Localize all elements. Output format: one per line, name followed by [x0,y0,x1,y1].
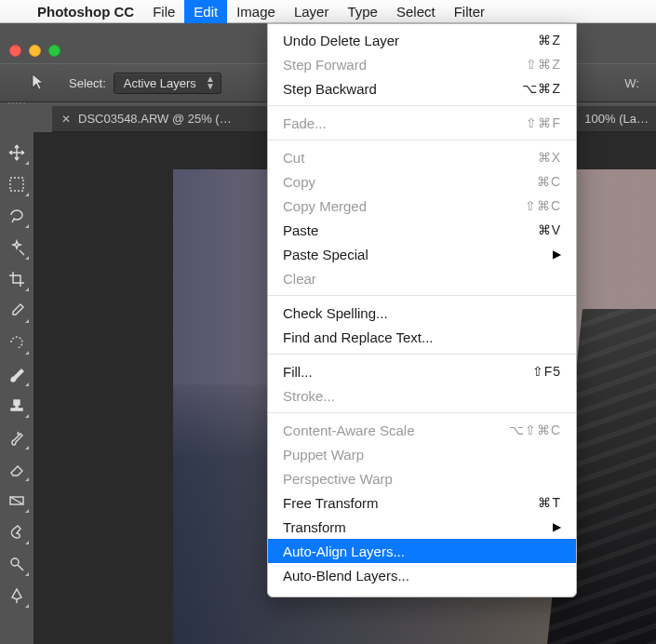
document-tab[interactable]: ✕ DSC03548.ARW @ 25% (… [52,112,241,126]
eyedropper-tool[interactable] [4,298,30,324]
menu-item-step-forward: Step Forward⇧⌘Z [268,52,576,76]
menu-item-clear: Clear [268,266,576,290]
close-tab-icon[interactable]: ✕ [61,113,71,126]
menu-item-auto-align-layers[interactable]: Auto-Align Layers... [268,539,576,563]
menu-shortcut: ⌘V [538,222,561,237]
zoom-window-button[interactable] [48,45,60,57]
menu-shortcut: ⇧⌘F [526,115,561,130]
move-cursor-icon [30,73,48,94]
menu-item-label: Auto-Align Layers... [283,543,561,559]
document-tab[interactable]: 100% (La… [575,112,656,126]
menu-item-paste-special[interactable]: Paste Special▶ [268,242,576,266]
menu-filter[interactable]: Filter [445,0,494,23]
app-name[interactable]: Photoshop CC [28,4,143,20]
menu-item-label: Paste Special [283,247,553,262]
menu-item-label: Puppet Warp [283,447,561,463]
smudge-tool[interactable] [4,519,30,545]
menu-item-label: Check Spelling... [283,305,561,321]
menu-shortcut: ⌘Z [538,33,561,47]
menu-separator [268,354,576,355]
svg-rect-0 [10,178,23,191]
history-brush-tool[interactable] [4,424,30,450]
close-window-button[interactable] [9,45,21,57]
menu-shortcut: ⌥⌘Z [522,81,561,96]
menu-item-auto-blend-layers[interactable]: Auto-Blend Layers... [268,563,576,587]
menu-separator [268,105,576,106]
menu-item-stroke: Stroke... [268,383,576,408]
menu-item-label: Undo Delete Layer [283,33,538,48]
select-mode-dropdown[interactable]: Active Layers ▲▼ [114,73,221,94]
menu-item-fade: Fade...⇧⌘F [268,111,576,135]
menu-item-label: Step Forward [283,57,526,73]
menu-separator [268,295,576,296]
menu-item-copy: Copy⌘C [268,169,576,194]
move-tool[interactable] [4,140,30,166]
menu-shortcut: ⌘T [538,495,561,510]
stamp-tool[interactable] [4,393,30,419]
submenu-arrow-icon: ▶ [553,520,561,533]
menu-item-label: Stroke... [283,388,561,404]
tab-title: DSC03548.ARW @ 25% (… [78,112,232,126]
magic-wand-tool[interactable] [4,235,30,261]
menu-item-cut: Cut⌘X [268,145,576,169]
dropdown-chevron-icon: ▲▼ [206,75,215,90]
menu-item-label: Perspective Warp [283,471,561,487]
menu-type[interactable]: Type [338,0,387,23]
menu-item-label: Content-Aware Scale [283,423,509,438]
gradient-tool[interactable] [4,488,30,514]
menu-item-content-aware-scale: Content-Aware Scale⌥⇧⌘C [268,418,576,442]
eraser-tool[interactable] [4,456,30,482]
menu-item-step-backward[interactable]: Step Backward⌥⌘Z [268,76,576,101]
menu-layer[interactable]: Layer [285,0,339,23]
window-controls [9,45,60,57]
menu-item-transform[interactable]: Transform▶ [268,515,576,539]
menu-item-fill[interactable]: Fill...⇧F5 [268,359,576,383]
menu-item-copy-merged: Copy Merged⇧⌘C [268,194,576,218]
dropdown-value: Active Layers [124,76,196,90]
menu-item-label: Copy Merged [283,198,525,214]
menu-item-label: Cut [283,150,538,166]
svg-point-2 [11,558,19,566]
brush-tool[interactable] [4,361,30,387]
menu-item-label: Free Transform [283,495,538,511]
pen-tool[interactable] [4,583,30,609]
menu-item-label: Copy [283,174,537,190]
menu-item-undo-delete-layer[interactable]: Undo Delete Layer⌘Z [268,28,576,52]
menu-separator [268,412,576,413]
menu-item-label: Fill... [283,364,532,380]
menu-shortcut: ⇧⌘C [525,198,561,213]
menu-item-label: Auto-Blend Layers... [283,568,561,584]
menu-item-puppet-warp: Puppet Warp [268,442,576,466]
menu-image[interactable]: Image [227,0,285,23]
menu-item-perspective-warp: Perspective Warp [268,466,576,490]
tools-panel [0,132,33,644]
menu-shortcut: ⌘X [538,150,561,165]
menu-item-free-transform[interactable]: Free Transform⌘T [268,490,576,515]
menu-item-find-and-replace-text[interactable]: Find and Replace Text... [268,325,576,349]
menu-item-label: Paste [283,222,538,238]
menu-shortcut: ⇧F5 [532,364,561,379]
patch-tool[interactable] [4,329,30,356]
menu-file[interactable]: File [143,0,184,23]
menu-edit[interactable]: Edit [184,0,227,23]
width-label: W: [624,76,639,90]
menu-item-label: Step Backward [283,81,522,97]
menu-item-paste[interactable]: Paste⌘V [268,218,576,242]
menu-item-label: Find and Replace Text... [283,329,561,345]
minimize-window-button[interactable] [29,45,41,57]
macos-menubar: Photoshop CC FileEditImageLayerTypeSelec… [0,0,656,23]
edit-menu-dropdown: Undo Delete Layer⌘ZStep Forward⇧⌘ZStep B… [267,23,577,597]
marquee-tool[interactable] [4,171,30,197]
select-label: Select: [69,76,106,90]
menu-shortcut: ⌘C [537,174,561,189]
dodge-tool[interactable] [4,551,30,577]
lasso-tool[interactable] [4,203,30,229]
menu-shortcut: ⌥⇧⌘C [509,423,561,437]
tab-title: 100% (La… [584,112,649,126]
menu-shortcut: ⇧⌘Z [526,57,561,72]
menu-item-label: Fade... [283,115,526,131]
menu-item-check-spelling[interactable]: Check Spelling... [268,301,576,325]
panel-grip[interactable] [0,102,33,112]
menu-select[interactable]: Select [387,0,445,23]
crop-tool[interactable] [4,266,30,292]
